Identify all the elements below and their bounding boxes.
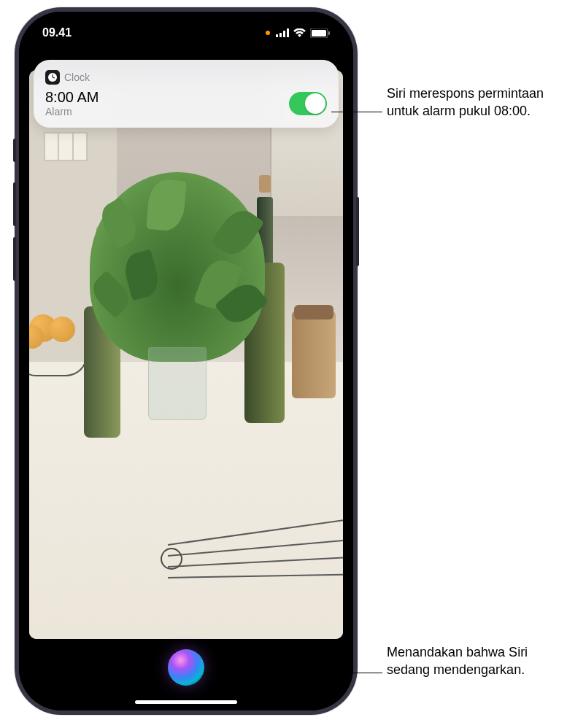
background-photo [29, 70, 343, 639]
alarm-time: 8:00 AM [45, 89, 99, 106]
iphone-frame: 09.41 [15, 7, 358, 715]
side-button[interactable] [356, 197, 359, 266]
phone-screen: 09.41 [19, 12, 353, 710]
wifi-icon [293, 28, 306, 37]
callout-leader-line [331, 112, 382, 112]
mic-indicator-icon [266, 31, 270, 35]
status-right [266, 28, 330, 38]
callout-text-1: Siri merespons permintaan untuk alarm pu… [387, 85, 567, 120]
callout-leader-line [204, 673, 382, 673]
alarm-label: Alarm [45, 106, 99, 117]
skewers-decor [168, 522, 343, 610]
svg-rect-0 [276, 34, 278, 37]
siri-orb-icon[interactable] [168, 649, 204, 686]
light-switch-decor [44, 132, 88, 161]
dynamic-island[interactable] [142, 23, 230, 48]
svg-rect-3 [287, 28, 289, 37]
volume-up-button[interactable] [13, 182, 16, 226]
svg-rect-6 [328, 31, 330, 35]
fruit-basket-decor [29, 303, 88, 376]
spice-jar-decor [292, 311, 336, 398]
svg-rect-1 [279, 33, 282, 37]
cellular-signal-icon [276, 28, 289, 37]
callout-text-2: Menandakan bahwa Siri sedang mendengarka… [387, 643, 567, 679]
silent-switch[interactable] [13, 139, 16, 162]
notification-header: Clock [45, 70, 327, 85]
svg-rect-2 [283, 31, 285, 37]
toggle-knob [305, 93, 325, 114]
clock-app-icon [45, 70, 60, 85]
basil-plant-decor [90, 172, 265, 420]
status-time: 09.41 [42, 26, 72, 39]
battery-icon [310, 28, 330, 38]
notification-body: 8:00 AM Alarm [45, 89, 327, 117]
alarm-toggle[interactable] [289, 92, 327, 115]
volume-down-button[interactable] [13, 237, 16, 281]
svg-rect-5 [312, 30, 326, 36]
clock-notification[interactable]: Clock 8:00 AM Alarm [34, 60, 339, 128]
notification-app-name: Clock [64, 71, 90, 83]
home-indicator[interactable] [135, 700, 237, 704]
